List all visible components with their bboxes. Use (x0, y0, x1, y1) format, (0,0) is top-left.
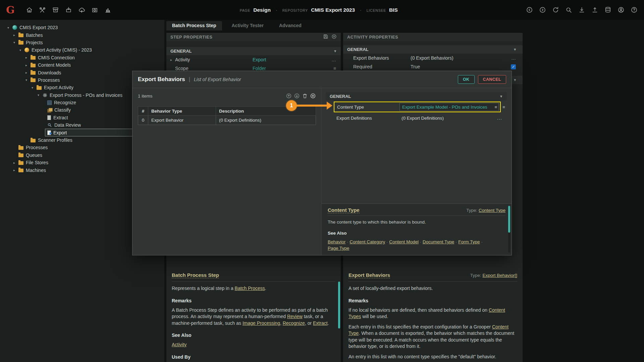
property-row-export-behaviors[interactable]: Export Behaviors (0 Export Behaviors) … (343, 54, 523, 62)
form-type-link[interactable]: Form Type (458, 239, 480, 244)
left-panel-scrollbar[interactable] (338, 282, 340, 328)
tree-item-cmis-connection[interactable]: ▸CMIS Connection (0, 54, 164, 61)
add-icon[interactable] (310, 93, 316, 99)
document-type-link[interactable]: Document Type (423, 239, 454, 244)
content-category-link[interactable]: Content Category (350, 239, 385, 244)
behavior-link[interactable]: Behavior (328, 239, 345, 244)
tree-item-content-models[interactable]: ▸Content Models (0, 61, 164, 69)
help-title-link[interactable]: Batch Process Step (172, 272, 219, 278)
tree-item-cmis-export-2023[interactable]: ▾CMIS Export 2023 (0, 24, 164, 31)
column-description[interactable]: Description (216, 107, 316, 116)
content-type-dropdown[interactable]: Export Example Model - POs and Invoices … (399, 103, 499, 111)
row-description[interactable]: (0 Export Definitions) (216, 116, 316, 125)
property-value[interactable]: True (411, 64, 511, 69)
type-link[interactable]: Export Behavior[] (482, 273, 517, 278)
download-icon[interactable] (578, 6, 586, 14)
row-behavior-type[interactable]: Export Behavior (148, 116, 216, 125)
recognize-link[interactable]: Recognize (283, 320, 305, 326)
ellipsis-icon[interactable]: … (497, 115, 502, 121)
export-definitions-row[interactable]: Export Definitions (0 Export Definitions… (334, 113, 507, 123)
expander-expanded-icon[interactable]: ▾ (19, 48, 24, 52)
home-icon[interactable] (26, 6, 33, 14)
help-title-link[interactable]: Export Behaviors (348, 272, 390, 278)
search-icon[interactable] (565, 6, 573, 14)
box-export-icon[interactable] (65, 6, 72, 14)
type-link[interactable]: Content Type (479, 208, 505, 213)
row-menu-icon[interactable]: ≡ (501, 105, 507, 110)
stats-icon[interactable] (104, 6, 112, 14)
property-value[interactable]: Folder (253, 66, 333, 71)
expander-collapsed-icon[interactable]: ▸ (170, 58, 175, 62)
help-icon[interactable] (631, 6, 638, 14)
expander-collapsed-icon[interactable]: ▸ (13, 168, 18, 172)
ellipsis-icon[interactable]: … (331, 57, 336, 62)
dropdown-menu-icon[interactable]: ≡ (494, 105, 497, 110)
content-model-link[interactable]: Content Model (389, 239, 419, 244)
batches-box-icon[interactable] (52, 6, 59, 14)
expander-expanded-icon[interactable]: ▾ (38, 93, 43, 97)
section-general[interactable]: GENERAL ▾ (326, 92, 507, 101)
property-row-required[interactable]: Required True ✓ (343, 62, 523, 71)
activity-properties-header: ACTIVITY PROPERTIES (343, 33, 523, 41)
grooper-logo[interactable]: G (6, 5, 15, 15)
extract-link[interactable]: Extract (313, 320, 328, 326)
expander-collapsed-icon[interactable]: ▸ (25, 56, 31, 59)
cancel-button[interactable]: CANCEL (478, 75, 506, 84)
activity-link[interactable]: Activity (172, 342, 186, 347)
licensee-value[interactable]: BIS (389, 7, 398, 13)
help-scrollbar-thumb[interactable] (508, 206, 510, 233)
save-icon[interactable] (323, 34, 328, 40)
tree-item-batches[interactable]: ▸Batches (0, 31, 164, 39)
property-value[interactable]: Export (253, 57, 331, 62)
expander-expanded-icon[interactable]: ▾ (13, 41, 18, 44)
behavior-row-0[interactable]: 0 Export Behavior (0 Export Definitions) (138, 116, 316, 125)
tools-icon[interactable] (39, 6, 46, 14)
tab-advanced[interactable]: Advanced (273, 21, 307, 31)
page-value[interactable]: Design (253, 7, 271, 13)
nav-back-icon[interactable] (526, 6, 533, 14)
content-type-row-highlighted[interactable]: Content Type Export Example Model - POs … (334, 102, 501, 112)
ok-button[interactable]: OK (458, 75, 475, 84)
required-checkbox-checked[interactable]: ✓ (511, 64, 516, 69)
review-link[interactable]: Review (287, 314, 303, 319)
batch-process-link[interactable]: Batch Process (235, 286, 265, 291)
expander-collapsed-icon[interactable]: ▸ (13, 33, 18, 37)
cloud-upload-icon[interactable] (78, 6, 86, 14)
move-up-icon[interactable] (286, 93, 292, 99)
property-row-activity[interactable]: ▸ Activity Export … (166, 55, 341, 64)
tree-item-export-activity-cmis-2023[interactable]: ▾Export Activity (CMIS) - 2023 (0, 46, 164, 54)
expander-collapsed-icon[interactable]: ▸ (25, 63, 31, 67)
property-value[interactable]: (0 Export Behaviors) (411, 55, 511, 61)
text: Type: (466, 208, 477, 213)
expander-expanded-icon[interactable]: ▾ (7, 26, 12, 29)
close-circle-icon[interactable] (331, 34, 337, 40)
box-gear-icon[interactable] (91, 6, 99, 14)
repository-value[interactable]: CMIS Export 2023 (311, 7, 355, 13)
nav-forward-icon[interactable] (539, 6, 546, 14)
export-behaviors-help: Export Behaviors Type: Export Behavior[]… (343, 267, 523, 362)
row-menu-icon[interactable]: ≡ (333, 66, 336, 71)
image-processing-link[interactable]: Image Processing (243, 320, 280, 326)
section-general[interactable]: GENERAL ▾ (166, 47, 341, 55)
expander-expanded-icon[interactable]: ▾ (25, 78, 31, 82)
column-behavior-type[interactable]: Behavior Type (148, 107, 216, 116)
property-value[interactable]: (0 Export Definitions) (401, 116, 497, 121)
section-general[interactable]: GENERAL ▾ (343, 45, 523, 54)
page-type-link[interactable]: Page Type (328, 246, 349, 251)
text: Represents a logical step in a (172, 286, 235, 291)
delete-icon[interactable] (302, 93, 308, 99)
expander-collapsed-icon[interactable]: ▸ (25, 71, 31, 74)
tab-batch-process-step[interactable]: Batch Process Step (166, 21, 222, 31)
section-label: GENERAL (347, 47, 369, 52)
user-icon[interactable] (618, 6, 625, 14)
upload-icon[interactable] (591, 6, 599, 14)
expander-collapsed-icon[interactable]: ▸ (13, 161, 18, 165)
refresh-icon[interactable] (552, 6, 559, 14)
database-icon[interactable] (604, 6, 612, 14)
help-title-link[interactable]: Content Type (328, 207, 360, 213)
expander-expanded-icon[interactable]: ▾ (32, 86, 37, 89)
ellipsis-icon[interactable]: … (511, 55, 516, 61)
move-down-icon[interactable] (294, 93, 300, 99)
tab-activity-tester[interactable]: Activity Tester (226, 21, 269, 31)
tree-item-projects[interactable]: ▾Projects (0, 39, 164, 46)
